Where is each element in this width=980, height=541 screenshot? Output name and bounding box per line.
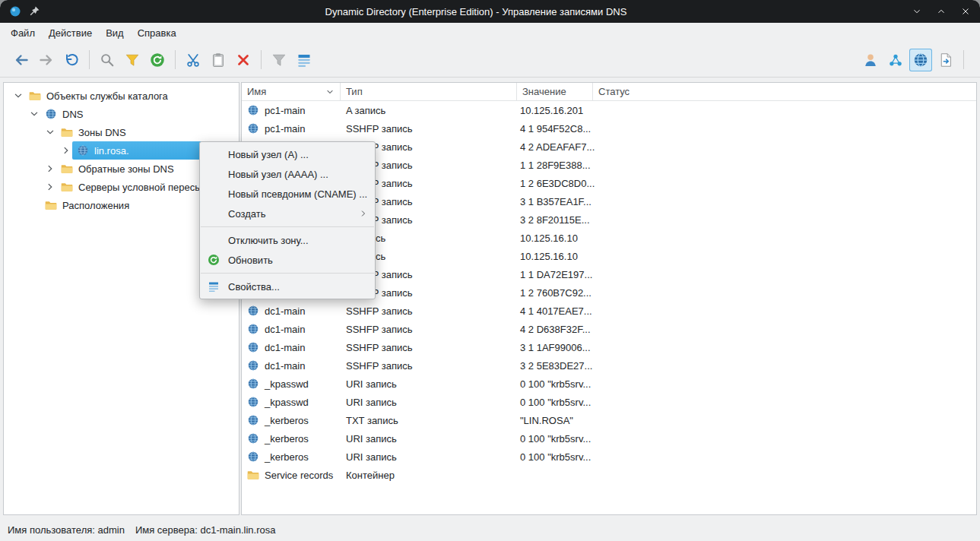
column-header-1[interactable]: Тип [341,83,517,100]
record-icon [247,305,259,317]
tree-node-content: Зоны DNS [56,123,236,141]
menubar-item-1[interactable]: Действие [42,24,99,42]
chevron-right-icon[interactable] [61,145,71,156]
sites-button[interactable] [884,49,907,71]
chevron-right-icon[interactable] [45,182,56,192]
record-value: 4 2 ADEAFAF7... [517,141,593,153]
delete-button[interactable] [232,49,255,71]
context-menu-item-2[interactable]: Новый псевдоним (CNAME) ... [200,184,375,204]
back-button[interactable] [10,49,33,71]
undo-button[interactable] [60,49,83,71]
context-menu-item-8[interactable]: Свойства... [200,277,375,296]
window-title: Dynamic Directory (Enterprise Edition) -… [48,6,904,17]
paste-button[interactable] [207,49,230,71]
cut-button[interactable] [182,49,205,71]
window-controls [912,6,971,17]
user-icon [863,52,878,68]
record-type: URI запись [341,433,517,445]
table-row[interactable]: dc1-mainSSHFP запись3 1 1AF99006... [242,338,976,356]
record-value: 1 1 DA72E197... [517,269,593,280]
record-type: Контейнер [341,470,517,481]
table-row[interactable]: pc1-mainA запись10.125.16.201 [242,101,976,119]
tree-node-label: Расположения [62,200,129,211]
record-value: "LIN.ROSA" [517,415,593,426]
record-icon [247,378,259,390]
record-value: 3 2 5E83DE27... [517,360,593,372]
record-name: _kpasswd [265,397,309,408]
dns-icon [913,52,928,68]
tree-item-1[interactable]: DNS [4,105,239,123]
column-header-3[interactable]: Статус [593,83,976,100]
columns-button[interactable] [293,49,316,71]
search-button[interactable] [96,49,119,71]
column-header-2[interactable]: Значение [517,83,593,100]
record-name: dc1-main [265,360,305,372]
menu-item-label: Новый узел (AAAA) ... [228,169,368,180]
record-type: A запись [341,105,517,116]
table-row[interactable]: _kerberosTXT запись"LIN.ROSA" [242,411,976,429]
toolbar-right [859,49,970,71]
filter-icon [125,52,140,68]
chevron-down-icon[interactable] [13,90,24,101]
filter-button[interactable] [121,49,144,71]
menubar-item-2[interactable]: Вид [99,24,131,42]
table-row[interactable]: _kerberosURI запись0 100 "krb5srv... [242,448,976,466]
table-row[interactable]: dc1-mainSSHFP запись4 2 D638F32F... [242,320,976,338]
menu-icon-slot [207,234,220,246]
tree-node-content: DNS [40,105,236,123]
column-header-0[interactable]: Имя [242,83,341,100]
column-label: Статус [598,86,630,97]
submenu-arrow-icon [359,209,368,218]
table-row[interactable]: dc1-mainSSHFP запись3 2 5E83DE27... [242,356,976,375]
filter2-button[interactable] [268,49,290,71]
record-value: 1 2 6E3DC8D0... [517,178,593,189]
dns-button[interactable] [909,49,932,71]
context-menu-item-5[interactable]: Отключить зону... [200,230,375,250]
table-row[interactable]: _kpasswdURI запись0 100 "krb5srv... [242,393,976,411]
record-value: 0 100 "krb5srv... [517,451,593,463]
context-menu-item-6[interactable]: Обновить [200,250,375,270]
tree-item-2[interactable]: Зоны DNS [4,123,239,141]
chevron-down-icon[interactable] [29,109,40,119]
context-menu-item-0[interactable]: Новый узел (A) ... [200,144,375,164]
minimize-button[interactable] [912,6,922,17]
table-row[interactable]: pc1-mainSSHFP запись4 1 954F52C8... [242,119,976,138]
main-area: Объекты службы каталогаDNSЗоны DNSlin.ro… [0,78,980,518]
table-row[interactable]: _kerberosURI запись0 100 "krb5srv... [242,429,976,448]
table-row[interactable]: _kpasswdURI запись0 100 "krb5srv... [242,375,976,393]
column-label: Значение [522,86,566,97]
context-menu-item-3[interactable]: Создать [200,204,375,223]
record-icon [247,359,259,372]
close-button[interactable] [960,6,971,17]
forward-button[interactable] [35,49,58,71]
table-row[interactable]: Service recordsКонтейнер [242,466,976,484]
user-button[interactable] [859,49,882,71]
record-icon [247,432,259,445]
toolbar-left [10,49,318,71]
column-label: Имя [247,86,266,97]
record-value: 3 1 B357EA1F... [517,196,593,207]
maximize-button[interactable] [936,6,947,17]
column-sort-dropdown-icon[interactable] [325,87,335,96]
record-icon [247,341,259,353]
delete-icon [236,52,251,68]
record-icon [247,323,259,335]
chevron-right-icon[interactable] [45,163,56,174]
table-row[interactable]: dc1-mainSSHFP запись4 1 4017EAE7... [242,302,976,320]
reload-icon [150,52,165,68]
record-name: _kerberos [265,415,309,426]
menubar-item-3[interactable]: Справка [131,24,183,42]
tree-node-label: DNS [62,109,83,120]
cell-name: pc1-main [242,122,341,134]
cell-name: _kerberos [242,451,341,463]
context-menu-item-1[interactable]: Новый узел (AAAA) ... [200,164,375,184]
export-button[interactable] [934,49,957,71]
tree-item-0[interactable]: Объекты службы каталога [4,87,239,105]
back-icon [14,52,29,68]
toolbar-separator [963,50,964,69]
chevron-down-icon[interactable] [45,127,56,138]
record-value: 4 1 4017EAE7... [517,305,593,317]
reload-button[interactable] [146,49,169,71]
record-type: SSHFP запись [341,305,517,317]
menubar-item-0[interactable]: Файл [4,24,42,42]
